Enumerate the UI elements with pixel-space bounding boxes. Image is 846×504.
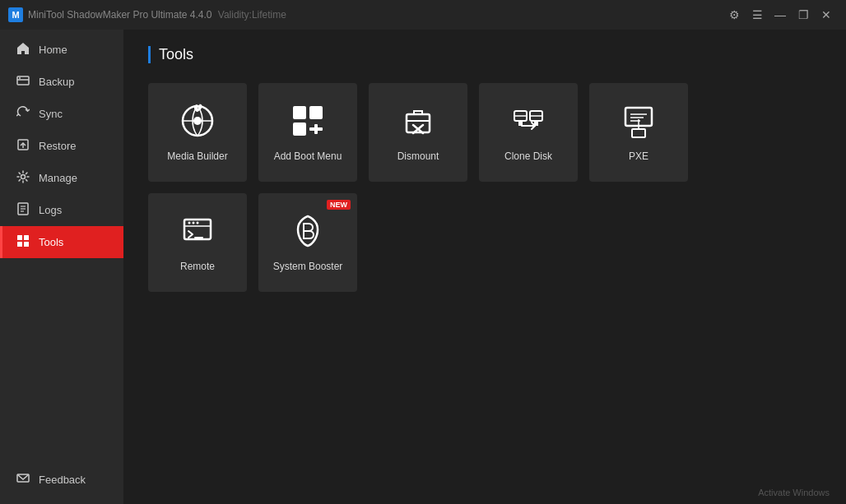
tools-row-2: Remote NEW System [148,193,821,292]
sidebar-item-restore[interactable]: Restore [0,130,123,162]
home-icon [16,42,30,58]
svg-point-44 [188,222,191,224]
window-controls: ⚙ ☰ — ❐ ✕ [723,3,838,26]
svg-rect-13 [24,235,29,240]
svg-rect-15 [24,242,29,247]
svg-point-46 [197,222,199,224]
svg-rect-2 [17,76,29,85]
sidebar-label-tools: Tools [39,236,63,248]
menu-button[interactable]: ☰ [746,3,769,26]
svg-rect-12 [17,235,22,240]
tool-card-clone-disk[interactable]: Clone Disk [479,83,578,182]
pxe-icon [621,103,657,142]
sidebar-item-home[interactable]: Home [0,34,123,66]
svg-rect-22 [293,123,306,136]
sidebar-item-logs[interactable]: Logs [0,194,123,226]
svg-rect-20 [293,106,306,119]
sidebar-bottom: Feedback [0,464,123,504]
remote-label: Remote [180,261,215,272]
tool-card-remote[interactable]: Remote [148,193,247,292]
sidebar-item-sync[interactable]: Sync [0,98,123,130]
sidebar-label-restore: Restore [39,140,77,152]
clone-disk-icon [510,103,546,142]
add-boot-menu-icon [290,103,326,142]
manage-icon [16,170,30,186]
main-layout: Home Backup Sync [0,30,846,504]
remote-icon [179,213,216,252]
clone-disk-label: Clone Disk [504,150,552,162]
sidebar-label-logs: Logs [39,204,62,216]
minimize-button[interactable]: — [769,3,792,26]
feedback-icon [16,472,30,488]
page-title: Tools [148,46,821,63]
sidebar-item-tools[interactable]: Tools [0,226,123,258]
svg-point-7 [21,175,26,179]
sync-icon [16,106,30,122]
pxe-label: PXE [629,150,648,162]
svg-rect-34 [518,121,523,126]
titlebar: M MiniTool ShadowMaker Pro Ultimate 4.4.… [0,0,846,30]
content-area: Tools [123,30,846,504]
svg-point-4 [19,77,21,79]
sidebar-item-manage[interactable]: Manage [0,162,123,194]
app-title: MiniTool ShadowMaker Pro Ultimate 4.4.0 … [28,9,723,21]
dismount-label: Dismount [397,150,439,162]
tool-card-system-booster[interactable]: NEW System Booster [258,193,357,292]
tools-grid: Media Builder [148,83,821,292]
sidebar-item-backup[interactable]: Backup [0,66,123,98]
media-builder-label: Media Builder [167,150,227,162]
tool-card-dismount[interactable]: Dismount [369,83,467,182]
close-button[interactable]: ✕ [815,3,838,26]
svg-rect-35 [534,121,538,126]
tools-row-1: Media Builder [148,83,821,182]
media-builder-icon [179,103,216,142]
new-badge: NEW [327,200,351,210]
content-wrapper: Tools [123,30,846,504]
svg-rect-37 [632,129,645,137]
sidebar: Home Backup Sync [0,30,123,504]
system-booster-icon [290,213,326,252]
app-logo: M [8,7,23,22]
system-booster-label: System Booster [273,261,343,272]
dismount-icon [400,103,436,142]
svg-rect-14 [17,242,22,247]
settings-button[interactable]: ⚙ [723,3,746,26]
backup-icon [16,74,30,90]
maximize-button[interactable]: ❐ [792,3,815,26]
svg-rect-24 [309,127,323,131]
activate-windows-watermark: Activate Windows [758,488,830,497]
sidebar-label-feedback: Feedback [39,474,86,486]
svg-point-45 [193,222,195,224]
svg-text:M: M [12,10,19,20]
logs-icon [16,202,30,218]
svg-rect-21 [309,106,323,119]
tool-card-media-builder[interactable]: Media Builder [148,83,247,182]
sidebar-label-home: Home [39,44,67,56]
sidebar-item-feedback[interactable]: Feedback [0,464,123,496]
tools-icon [16,234,30,250]
tool-card-add-boot-menu[interactable]: Add Boot Menu [258,83,357,182]
sidebar-label-manage: Manage [39,172,77,184]
restore-icon [16,138,30,154]
tool-card-pxe[interactable]: PXE [589,83,688,182]
sidebar-label-sync: Sync [39,108,63,120]
add-boot-menu-label: Add Boot Menu [274,150,342,162]
sidebar-label-backup: Backup [39,76,74,88]
